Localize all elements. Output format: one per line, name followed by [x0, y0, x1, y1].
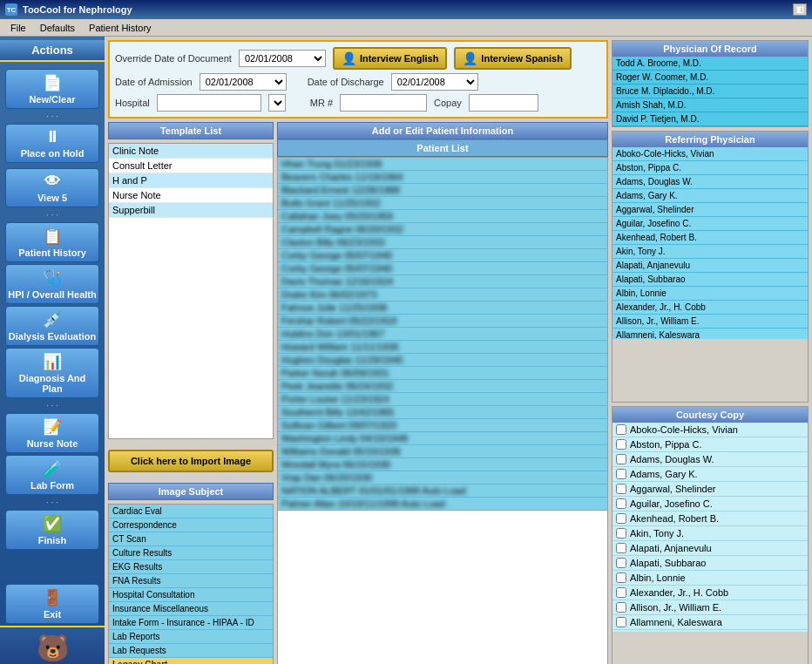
patient-list-item[interactable]: Claxton Billy 06/23/1933 [278, 236, 607, 249]
patient-list-item[interactable]: Beavers Charles 11/19/1964 [278, 171, 607, 184]
menu-item-file[interactable]: File [3, 21, 33, 35]
patient-list-item[interactable]: Butts Grant 11/25/1932 [278, 197, 607, 210]
physician-item[interactable]: Roger W. Coomer, M.D. [612, 71, 808, 85]
finish-button[interactable]: ✅ Finish [5, 510, 99, 550]
exit-button[interactable]: 🚪 Exit [5, 584, 99, 624]
courtesy-copy-checkbox[interactable] [616, 528, 626, 539]
courtesy-copy-checkbox[interactable] [616, 454, 626, 464]
physician-of-record-list[interactable]: Todd A. Broome, M.D.Roger W. Coomer, M.D… [612, 57, 808, 126]
patient-list-item[interactable]: Fahnoe Julie 11/25/1938 [278, 302, 607, 315]
template-list-item[interactable]: Nurse Note [109, 188, 273, 203]
image-list-item[interactable]: Legacy Chart [109, 658, 273, 664]
image-list-box[interactable]: Cardiac EvalCorrespondenceCT ScanCulture… [108, 504, 274, 664]
patient-list-item[interactable]: Palmer Allan 10/10/11/1999 Auto Load [278, 498, 607, 511]
image-list-item[interactable]: Lab Reports [109, 630, 273, 644]
image-list-item[interactable]: Cardiac Eval [109, 505, 273, 518]
courtesy-copy-item[interactable]: Adams, Douglas W. [612, 452, 808, 467]
image-list-item[interactable]: FNA Results [109, 574, 273, 588]
referring-physician-item[interactable]: Allison, Jr., William E. [612, 315, 808, 329]
courtesy-copy-item[interactable]: Alapati, Subbarao [612, 556, 808, 571]
physician-item[interactable]: Todd A. Broome, M.D. [612, 57, 808, 71]
courtesy-copy-item[interactable]: Abston, Pippa C. [612, 437, 808, 452]
referring-physician-item[interactable]: Abston, Pippa C. [612, 161, 808, 175]
physician-item[interactable]: Amish Shah, M.D. [612, 98, 808, 112]
window-controls[interactable]: ◧ [793, 3, 807, 16]
patient-list-item[interactable]: NATION ALBERT 01/01/01/1999 Auto Load [278, 484, 607, 498]
physician-item[interactable]: Bruce M. Diplacido., M.D. [612, 85, 808, 98]
referring-physician-item[interactable]: Adams, Douglas W. [612, 175, 808, 189]
image-list-item[interactable]: CT Scan [109, 532, 273, 546]
courtesy-copy-item[interactable]: Akenhead, Robert B. [612, 512, 808, 526]
image-list-item[interactable]: Correspondence [109, 518, 273, 532]
referring-physician-item[interactable]: Akin, Tony J. [612, 245, 808, 259]
courtesy-copy-item[interactable]: Aggarwal, Shelinder [612, 482, 808, 497]
lab-form-button[interactable]: 🧪 Lab Form [5, 455, 99, 495]
template-list-item[interactable]: H and P [109, 173, 273, 188]
courtesy-copy-item[interactable]: Aboko-Cole-Hicks, Vivian [612, 423, 808, 437]
patient-list-item[interactable]: Parker Norah 06/09/1931 [278, 367, 607, 380]
courtesy-copy-checkbox[interactable] [616, 439, 626, 450]
mr-input[interactable] [340, 94, 427, 112]
patient-list-item[interactable]: Washington Lindy 04/10/1948 [278, 432, 607, 445]
patient-list-item[interactable]: Vrap Dan 06/20/1930 [278, 471, 607, 484]
template-list-box[interactable]: Clinic NoteConsult LetterH and PNurse No… [108, 143, 274, 439]
referring-physician-item[interactable]: Akenhead, Robert B. [612, 231, 808, 245]
referring-physician-item[interactable]: Albin, Lonnie [612, 287, 808, 301]
patient-list-box[interactable]: Hhan Trung 01/23/1936Beavers Charles 11/… [277, 157, 608, 664]
patient-list-item[interactable]: Davis Thomas 12/16/1924 [278, 275, 607, 288]
diagnosis-and-plan-button[interactable]: 📊 Diagnosis And Plan [5, 348, 99, 398]
courtesy-copy-checkbox[interactable] [616, 498, 626, 509]
patient-list-item[interactable]: Corby George 05/07/1940 [278, 249, 607, 262]
patient-list-item[interactable]: Hublins Don 13/01/1967 [278, 328, 607, 341]
courtesy-copy-item[interactable]: Albin, Lonnie [612, 571, 808, 586]
patient-list-item[interactable]: Fershar Robert 05/22/1918 [278, 315, 607, 328]
referring-physician-item[interactable]: Aggarwal, Shelinder [612, 203, 808, 217]
image-list-item[interactable]: Insurance Miscellaneous [109, 602, 273, 616]
patient-list-item[interactable]: Campbell Ragne 06/20/1932 [278, 223, 607, 236]
courtesy-copy-checkbox[interactable] [616, 573, 626, 583]
new-clear-button[interactable]: 📄 New/Clear [5, 69, 99, 109]
courtesy-copy-checkbox[interactable] [616, 587, 626, 598]
courtesy-copy-item[interactable]: Adams, Gary K. [612, 467, 808, 482]
referring-physician-item[interactable]: Aboko-Cole-Hicks, Vivian [612, 147, 808, 161]
hpi-overall-health-button[interactable]: 🩺 HPI / Overall Health [5, 264, 99, 304]
interview-spanish-button[interactable]: 👤 Interview Spanish [454, 47, 572, 70]
template-list-item[interactable]: Consult Letter [109, 159, 273, 173]
referring-physician-list[interactable]: Aboko-Cole-Hicks, VivianAbston, Pippa C.… [612, 147, 808, 339]
date-of-admission-select[interactable]: 02/01/2008 [200, 73, 287, 91]
courtesy-copy-checkbox[interactable] [616, 513, 626, 524]
copay-input[interactable] [469, 94, 538, 112]
template-list-item[interactable]: Supperbill [109, 203, 273, 218]
dialysis-evaluation-button[interactable]: 💉 Dialysis Evaluation [5, 306, 99, 346]
patient-list-item[interactable]: Corby George 05/07/1940 [278, 262, 607, 275]
courtesy-copy-checkbox[interactable] [616, 424, 626, 435]
interview-english-button[interactable]: 👤 Interview English [333, 47, 447, 70]
patient-list-item[interactable]: Blackard Ernest 12/28/1988 [278, 184, 607, 197]
patient-list-item[interactable]: Williams Donald 05/10/1936 [278, 445, 607, 458]
hospital-input[interactable] [157, 94, 261, 112]
patient-history-button[interactable]: 📋 Patient History [5, 222, 99, 262]
patient-list-item[interactable]: Drake Kim 06/02/1973 [278, 288, 607, 302]
courtesy-copy-checkbox[interactable] [616, 558, 626, 568]
import-image-button[interactable]: Click here to Import Image [108, 450, 274, 472]
referring-physician-item[interactable]: Allamneni, Kaleswara [612, 329, 808, 339]
image-list-item[interactable]: EKG Results [109, 560, 273, 574]
patient-list-item[interactable]: Southernt Billy 13/42/1985 [278, 406, 607, 419]
referring-physician-item[interactable]: Alapati, Anjanevulu [612, 259, 808, 273]
patient-list-item[interactable]: Porter Louise 11/23/1924 [278, 393, 607, 406]
hospital-select[interactable] [268, 94, 286, 112]
referring-physician-item[interactable]: Aguilar, Josefino C. [612, 217, 808, 231]
referring-physician-item[interactable]: Alexander, Jr., H. Cobb [612, 301, 808, 315]
courtesy-copy-checkbox[interactable] [616, 484, 626, 494]
menu-item-defaults[interactable]: Defaults [33, 21, 82, 35]
image-list-item[interactable]: Culture Results [109, 546, 273, 560]
courtesy-copy-item[interactable]: Allen, Karen L. [612, 630, 808, 632]
nurse-note-button[interactable]: 📝 Nurse Note [5, 413, 99, 453]
courtesy-copy-checkbox[interactable] [616, 602, 626, 613]
date-of-discharge-select[interactable]: 02/01/2008 [391, 73, 478, 91]
referring-physician-item[interactable]: Adams, Gary K. [612, 189, 808, 203]
referring-physician-item[interactable]: Alapati, Subbarao [612, 273, 808, 287]
courtesy-copy-item[interactable]: Alexander, Jr., H. Cobb [612, 586, 808, 600]
place-on-hold-button[interactable]: ⏸ Place on Hold [5, 124, 99, 163]
image-list-item[interactable]: Hospital Consultation [109, 588, 273, 602]
